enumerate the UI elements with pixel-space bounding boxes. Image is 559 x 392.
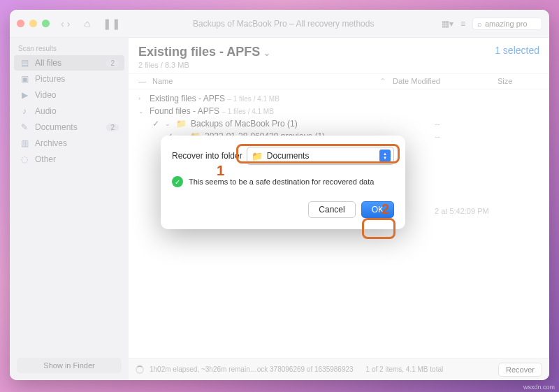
chevron-right-icon[interactable]: › (138, 95, 145, 102)
other-icon: ◌ (20, 154, 29, 164)
maximize-window-icon[interactable] (42, 20, 50, 27)
folder-select[interactable]: 📁 Documents ▲▼ (247, 147, 394, 165)
sidebar-item-label: Video (35, 90, 56, 100)
count-badge: 2 (106, 124, 119, 131)
home-icon[interactable]: ⌂ (84, 17, 90, 29)
sidebar-item-all-files[interactable]: ▤ All files 2 (14, 55, 124, 71)
search-icon: ⌕ (477, 20, 482, 28)
select-all-checkbox[interactable]: — (138, 77, 152, 86)
chevron-down-icon: ⌄ (263, 48, 270, 58)
video-icon: ▶ (20, 90, 29, 100)
sidebar-item-archives[interactable]: ▥ Archives (14, 136, 124, 151)
selected-count[interactable]: 1 selected (495, 45, 539, 56)
col-size[interactable]: Size (498, 77, 539, 86)
sidebar-item-audio[interactable]: ♪ Audio (14, 103, 124, 119)
folder-icon: 📁 (176, 119, 187, 129)
annotation-number-1: 1 (217, 163, 224, 179)
tree-row[interactable]: ✓ ⌄ 📁 Backups of MacBook Pro (1) -- (133, 117, 545, 130)
files-icon: ▤ (20, 58, 29, 68)
checkbox-checked-icon[interactable]: ✓ (152, 119, 161, 129)
status-text: 1h02m elapsed, ~3h26m remain…ock 3780962… (150, 365, 354, 373)
date-cell: -- (435, 119, 539, 128)
cancel-button[interactable]: Cancel (308, 201, 355, 218)
folder-icon: 📁 (252, 151, 263, 161)
date-cell: 2 at 5:42:09 PM (435, 207, 539, 215)
sidebar-header: Scan results (14, 43, 124, 55)
show-in-finder-button[interactable]: Show in Finder (17, 358, 122, 373)
recover-button[interactable]: Recover (498, 363, 542, 377)
dropdown-stepper-icon[interactable]: ▲▼ (379, 150, 391, 162)
date-cell: -- (435, 132, 539, 140)
search-input[interactable]: ⌕ amazing pro (472, 17, 542, 30)
page-subtitle: 2 files / 8.3 MB (138, 61, 270, 69)
minimize-window-icon[interactable] (29, 20, 37, 27)
group-row[interactable]: › Existing files - APFS – 1 files / 4.1 … (133, 92, 545, 105)
sort-icon: ⌃ (379, 77, 386, 86)
sidebar-item-video[interactable]: ▶ Video (14, 87, 124, 103)
col-date[interactable]: Date Modified (393, 77, 498, 86)
recover-folder-label: Recover into folder (172, 151, 242, 161)
count-badge: 2 (106, 59, 119, 67)
sidebar-item-label: Audio (35, 106, 57, 116)
archives-icon: ▥ (20, 138, 29, 148)
status-count: 1 of 2 items, 4.1 MB total (366, 365, 444, 373)
spinner-icon (136, 365, 144, 374)
sidebar-item-documents[interactable]: ✎ Documents 2 (14, 119, 124, 135)
folder-name: Documents (267, 151, 375, 161)
nav-arrows: ‹ › (61, 18, 70, 29)
recover-dialog: Recover into folder 📁 Documents ▲▼ ✓ Thi… (161, 136, 405, 229)
view-mode-icon[interactable]: ▦▾ (442, 19, 453, 29)
chevron-down-icon[interactable]: ⌄ (165, 120, 172, 127)
nav-forward-icon[interactable]: › (67, 18, 71, 29)
page-title[interactable]: Existing files - APFS ⌄ (138, 45, 270, 59)
group-row[interactable]: ⌄ Found files - APFS – 1 files / 4.1 MB (133, 105, 545, 117)
sidebar-item-label: Other (35, 154, 56, 164)
main-header: Existing files - APFS ⌄ 2 files / 8.3 MB… (129, 38, 549, 74)
sidebar-item-pictures[interactable]: ▣ Pictures (14, 71, 124, 87)
traffic-lights (17, 20, 50, 27)
audio-icon: ♪ (20, 106, 29, 116)
titlebar: ‹ › ⌂ ❚❚ Backups of MacBook Pro – All re… (10, 10, 549, 38)
watermark: wsxdn.com (523, 384, 555, 391)
close-window-icon[interactable] (17, 20, 24, 27)
filter-icon[interactable]: ≡ (460, 19, 465, 29)
annotation-number-2: 2 (382, 201, 389, 217)
documents-icon: ✎ (20, 122, 29, 132)
sidebar-item-label: All files (35, 58, 61, 68)
pause-icon[interactable]: ❚❚ (103, 17, 121, 30)
sidebar-item-other[interactable]: ◌ Other (14, 152, 124, 167)
sidebar-item-label: Archives (35, 138, 67, 148)
statusbar: 1h02m elapsed, ~3h26m remain…ock 3780962… (129, 358, 549, 380)
column-headers: — Name ⌃ Date Modified Size (129, 74, 549, 89)
nav-back-icon[interactable]: ‹ (61, 18, 64, 29)
pictures-icon: ▣ (20, 74, 29, 84)
search-value: amazing pro (485, 20, 528, 28)
col-name[interactable]: Name (152, 77, 379, 86)
check-circle-icon: ✓ (172, 176, 183, 187)
sidebar-item-label: Pictures (35, 74, 65, 84)
sidebar: Scan results ▤ All files 2 ▣ Pictures ▶ … (10, 38, 129, 380)
chevron-down-icon[interactable]: ⌄ (138, 108, 145, 115)
sidebar-item-label: Documents (35, 122, 78, 132)
window-title: Backups of MacBook Pro – All recovery me… (129, 19, 437, 29)
